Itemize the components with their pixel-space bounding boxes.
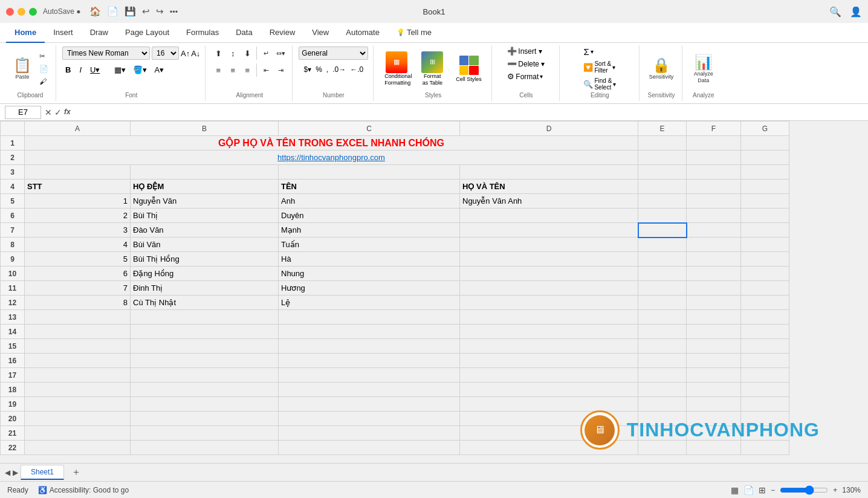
cell[interactable] bbox=[638, 194, 687, 209]
cell[interactable] bbox=[638, 150, 687, 165]
cell[interactable] bbox=[131, 383, 279, 397]
comma-button[interactable]: , bbox=[325, 64, 329, 75]
cell[interactable] bbox=[460, 281, 638, 296]
tab-home[interactable]: Home bbox=[6, 23, 45, 43]
insert-cells-button[interactable]: ➕ Insert ▾ bbox=[507, 47, 542, 56]
decrease-indent-button[interactable]: ⇤ bbox=[259, 63, 273, 77]
col-header-a[interactable]: A bbox=[25, 121, 131, 136]
cell[interactable] bbox=[687, 238, 741, 252]
sheet-grid[interactable]: A B C D E F G 1GỘP HỌ VÀ TÊN TRONG EXCEL… bbox=[0, 121, 868, 455]
confirm-formula-icon[interactable]: ✓ bbox=[54, 108, 62, 117]
cell[interactable] bbox=[25, 310, 131, 325]
bold-button[interactable]: B bbox=[62, 64, 74, 76]
cell[interactable] bbox=[741, 179, 789, 194]
cell[interactable] bbox=[460, 165, 638, 179]
col-header-g[interactable]: G bbox=[741, 121, 789, 136]
align-left-button[interactable]: ≡ bbox=[212, 63, 225, 77]
cell[interactable] bbox=[687, 179, 741, 194]
delete-cells-button[interactable]: ➖ Delete ▾ bbox=[507, 59, 545, 68]
cell[interactable] bbox=[687, 325, 741, 339]
cell[interactable]: 4 bbox=[25, 238, 131, 252]
cell[interactable] bbox=[460, 397, 638, 412]
cell[interactable] bbox=[638, 281, 687, 296]
cell[interactable] bbox=[460, 223, 638, 238]
underline-button[interactable]: U▾ bbox=[87, 64, 103, 76]
format-painter-button[interactable]: 🖌 bbox=[37, 76, 51, 87]
toolbar-icon-more[interactable]: ••• bbox=[170, 7, 178, 16]
cell[interactable]: HỌ ĐỆM bbox=[131, 179, 279, 194]
cell-styles-button[interactable]: Cell Styles bbox=[451, 52, 487, 85]
cell[interactable] bbox=[25, 426, 131, 441]
tab-automate[interactable]: Automate bbox=[337, 23, 388, 43]
cell[interactable] bbox=[25, 397, 131, 412]
cell[interactable] bbox=[638, 397, 687, 412]
cell[interactable] bbox=[279, 310, 460, 325]
cell[interactable] bbox=[638, 238, 687, 252]
cell[interactable] bbox=[638, 354, 687, 368]
cell[interactable] bbox=[460, 383, 638, 397]
cell[interactable] bbox=[687, 194, 741, 209]
cut-button[interactable]: ✂ bbox=[37, 51, 51, 62]
cell[interactable]: 7 bbox=[25, 281, 131, 296]
cell[interactable] bbox=[279, 165, 460, 179]
col-header-f[interactable]: F bbox=[687, 121, 741, 136]
font-color-button[interactable]: A▾ bbox=[152, 64, 166, 76]
cell[interactable]: 1 bbox=[25, 194, 131, 209]
cell[interactable] bbox=[687, 150, 741, 165]
cell[interactable] bbox=[687, 252, 741, 267]
cell[interactable] bbox=[687, 136, 741, 150]
insert-function-icon[interactable]: fx bbox=[64, 108, 71, 117]
cell[interactable] bbox=[741, 165, 789, 179]
cell[interactable] bbox=[638, 368, 687, 383]
cell[interactable] bbox=[25, 368, 131, 383]
cell[interactable] bbox=[460, 354, 638, 368]
cell[interactable] bbox=[687, 209, 741, 223]
cell[interactable] bbox=[741, 368, 789, 383]
toolbar-icon-save[interactable]: 💾 bbox=[125, 6, 136, 17]
cell[interactable]: 2 bbox=[25, 209, 131, 223]
cell[interactable] bbox=[687, 354, 741, 368]
cell[interactable]: HỌ VÀ TÊN bbox=[460, 179, 638, 194]
cell[interactable] bbox=[741, 150, 789, 165]
align-bottom-button[interactable]: ⬇ bbox=[241, 47, 254, 60]
cell[interactable] bbox=[131, 441, 279, 455]
cell[interactable] bbox=[460, 368, 638, 383]
cell[interactable] bbox=[279, 368, 460, 383]
accounting-button[interactable]: $▾ bbox=[302, 64, 313, 75]
cell[interactable] bbox=[687, 339, 741, 354]
cell[interactable] bbox=[460, 252, 638, 267]
cell[interactable] bbox=[687, 281, 741, 296]
cell[interactable] bbox=[460, 296, 638, 310]
cell[interactable] bbox=[638, 209, 687, 223]
cell[interactable] bbox=[741, 397, 789, 412]
number-format-select[interactable]: General bbox=[299, 47, 368, 60]
analyze-data-button[interactable]: 📊 AnalyzeData bbox=[690, 51, 717, 86]
increase-indent-button[interactable]: ⇥ bbox=[274, 63, 287, 77]
cancel-formula-icon[interactable]: ✕ bbox=[45, 108, 52, 117]
cell[interactable] bbox=[741, 136, 789, 150]
cell[interactable]: Đặng Hồng bbox=[131, 267, 279, 281]
cell[interactable] bbox=[638, 252, 687, 267]
col-header-e[interactable]: E bbox=[638, 121, 687, 136]
cell[interactable] bbox=[687, 383, 741, 397]
cell[interactable] bbox=[460, 209, 638, 223]
close-button[interactable] bbox=[6, 8, 14, 16]
cell[interactable] bbox=[131, 412, 279, 426]
cell[interactable]: STT bbox=[25, 179, 131, 194]
cell[interactable] bbox=[687, 368, 741, 383]
cell[interactable] bbox=[25, 339, 131, 354]
traffic-lights[interactable] bbox=[6, 8, 37, 16]
cell[interactable]: 3 bbox=[25, 223, 131, 238]
cell[interactable]: 8 bbox=[25, 296, 131, 310]
format-as-table-button[interactable]: ⊞ Format as Table bbox=[415, 49, 449, 89]
cell[interactable] bbox=[687, 223, 741, 238]
wrap-text-button[interactable]: ↵ bbox=[259, 47, 273, 60]
conditional-formatting-button[interactable]: ▦ Conditional Formatting bbox=[380, 49, 413, 89]
cell[interactable] bbox=[279, 325, 460, 339]
tab-view[interactable]: View bbox=[303, 23, 337, 43]
share-icon[interactable]: 👤 bbox=[850, 6, 862, 18]
cell[interactable] bbox=[131, 325, 279, 339]
cell[interactable] bbox=[638, 383, 687, 397]
align-right-button[interactable]: ≡ bbox=[241, 63, 254, 77]
cell[interactable] bbox=[279, 412, 460, 426]
